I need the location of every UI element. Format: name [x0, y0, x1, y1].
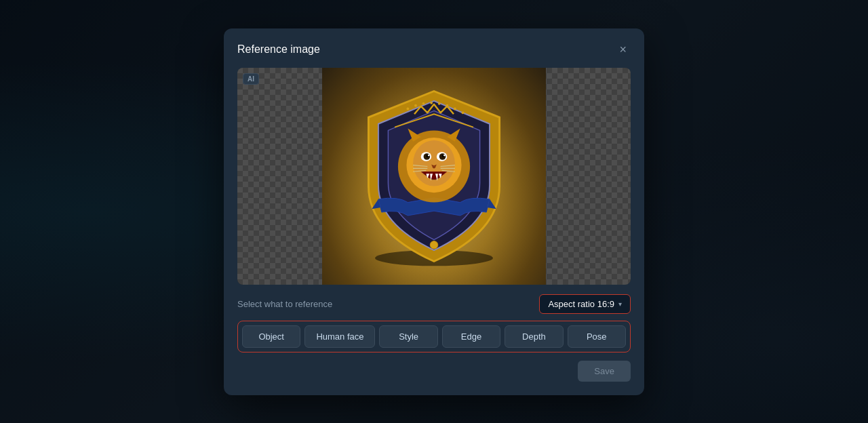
- close-button[interactable]: ×: [615, 42, 631, 57]
- reference-image-modal: Reference image × AI: [224, 28, 644, 395]
- modal-title: Reference image: [237, 43, 320, 56]
- ref-button-style[interactable]: Style: [379, 325, 437, 348]
- svg-point-1: [406, 107, 409, 110]
- svg-point-18: [428, 154, 430, 156]
- aspect-ratio-label: Aspect ratio 16:9: [548, 299, 614, 309]
- ai-badge: AI: [243, 73, 259, 85]
- svg-point-3: [422, 102, 425, 104]
- svg-point-19: [443, 154, 446, 156]
- svg-point-2: [414, 104, 417, 106]
- svg-point-5: [438, 102, 441, 104]
- ref-button-depth[interactable]: Depth: [505, 325, 563, 348]
- save-row: Save: [237, 361, 631, 382]
- select-label: Select what to reference: [237, 299, 332, 309]
- svg-point-7: [454, 107, 456, 110]
- image-container: AI: [237, 68, 631, 285]
- ref-button-edge[interactable]: Edge: [442, 325, 500, 348]
- ref-button-human-face[interactable]: Human face: [304, 325, 375, 348]
- svg-point-4: [430, 101, 433, 104]
- save-button[interactable]: Save: [578, 361, 631, 382]
- aspect-ratio-button[interactable]: Aspect ratio 16:9 ▾: [539, 294, 631, 314]
- ref-button-pose[interactable]: Pose: [568, 325, 626, 348]
- controls-row: Select what to reference Aspect ratio 16…: [237, 294, 631, 314]
- modal-header: Reference image ×: [237, 42, 631, 57]
- shield-image: [339, 81, 529, 271]
- chevron-down-icon: ▾: [618, 300, 622, 308]
- ref-button-object[interactable]: Object: [242, 325, 300, 348]
- svg-point-8: [462, 111, 465, 114]
- reference-buttons-container: Object Human face Style Edge Depth Pose: [237, 321, 631, 352]
